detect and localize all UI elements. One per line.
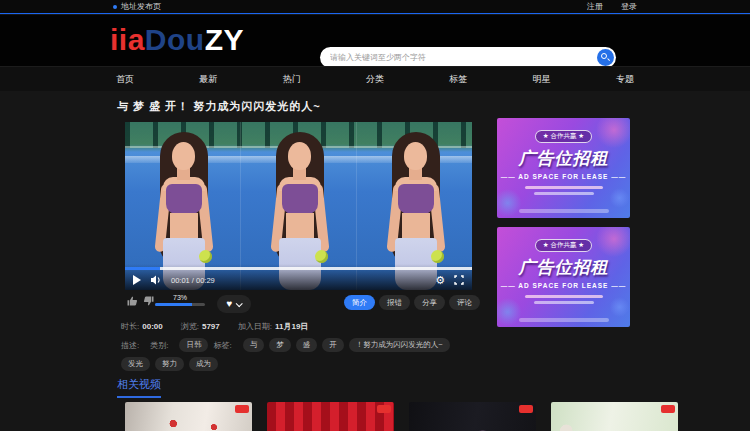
related-video-thumbnail[interactable] (409, 402, 536, 431)
heart-icon: ♥ (227, 299, 233, 309)
logo-part-navy: Dou (145, 23, 205, 56)
video-meta: 描述: 类别: 日韩 标签: 与 梦 盛 开 ！努力成为闪闪发光的人~ 发光 努… (121, 338, 481, 371)
tag-pill[interactable]: 成为 (189, 357, 218, 371)
nav-item-topics[interactable]: 专题 (610, 73, 640, 86)
tag-pill[interactable]: 盛 (296, 338, 318, 352)
favorite-button[interactable]: ♥ (217, 295, 251, 313)
chevron-down-icon (236, 300, 243, 307)
thumbs-down-icon[interactable] (143, 296, 154, 306)
header: iiaDouZY (0, 15, 750, 66)
actions-row: 73% ♥ 简介 报错 分享 评论 (125, 294, 480, 318)
ad-title: 广告位招租 (519, 147, 609, 170)
tags-label: 标签: (213, 340, 231, 351)
date-added-value: 11月19日 (275, 322, 308, 331)
thumbnail-badge (661, 405, 675, 413)
video-stats: 时长:00:00 浏览:5797 加入日期:11月19日 (121, 321, 308, 332)
ad-footer-strip (519, 318, 609, 322)
tab-share[interactable]: 分享 (414, 295, 445, 310)
nav-item-stars[interactable]: 明星 (527, 73, 557, 86)
tag-pill[interactable]: 努力 (155, 357, 184, 371)
tab-report[interactable]: 报错 (379, 295, 410, 310)
time-display: 00:01 / 00:29 (171, 276, 215, 285)
tag-pill[interactable]: ！努力成为闪闪发光的人~ (349, 338, 450, 352)
related-thumbnails (125, 402, 678, 431)
like-ratio: 73% (155, 294, 205, 306)
like-ratio-fill (155, 303, 192, 306)
tennis-ball (315, 250, 328, 263)
volume-icon[interactable] (150, 275, 162, 285)
video-title: 与 梦 盛 开！ 努力成为闪闪发光的人~ (117, 99, 321, 114)
ad-banner[interactable]: ★ 合作共赢 ★ 广告位招租 AD SPACE FOR LEASE (497, 227, 630, 327)
nav-item-tags[interactable]: 标签 (443, 73, 473, 86)
ad-subtitle: AD SPACE FOR LEASE (501, 282, 627, 289)
nav-item-hot[interactable]: 热门 (277, 73, 307, 86)
thumbs-up-icon[interactable] (127, 296, 138, 306)
related-video-thumbnail[interactable] (125, 402, 252, 431)
play-button[interactable] (133, 275, 141, 285)
address-publish-label[interactable]: 地址发布页 (121, 1, 161, 12)
player-controls: 00:01 / 00:29 ⚙ (125, 264, 472, 290)
related-video-thumbnail[interactable] (267, 402, 394, 431)
nav-item-home[interactable]: 首页 (110, 73, 140, 86)
category-pill[interactable]: 日韩 (179, 338, 208, 352)
ad-title: 广告位招租 (519, 256, 609, 279)
ad-fine-print (525, 186, 603, 195)
tab-intro[interactable]: 简介 (344, 295, 375, 310)
thumbnail-badge (519, 405, 533, 413)
related-videos-heading[interactable]: 相关视频 (117, 377, 161, 398)
ad-fine-print (525, 295, 603, 304)
topbar: 地址发布页 注册 登录 (0, 0, 750, 14)
fullscreen-icon[interactable] (454, 275, 464, 285)
duration-value: 00:00 (142, 322, 162, 331)
ad-banner[interactable]: ★ 合作共赢 ★ 广告位招租 AD SPACE FOR LEASE (497, 118, 630, 218)
ad-badge-label: ★ 合作共赢 ★ (535, 130, 592, 143)
views-label: 浏览: (181, 322, 199, 331)
search-icon (601, 53, 607, 59)
ad-badge-label: ★ 合作共赢 ★ (535, 239, 592, 252)
ad-subtitle: AD SPACE FOR LEASE (501, 173, 627, 180)
views-value: 5797 (202, 322, 220, 331)
like-percent-label: 73% (155, 294, 205, 301)
tennis-ball (431, 250, 444, 263)
nav-item-category[interactable]: 分类 (360, 73, 390, 86)
search-input[interactable] (320, 53, 597, 62)
tennis-ball (199, 250, 212, 263)
main-nav: 首页 最新 热门 分类 标签 明星 专题 (0, 66, 750, 91)
site-logo[interactable]: iiaDouZY (110, 23, 244, 57)
tag-pill[interactable]: 开 (322, 338, 344, 352)
date-added-label: 加入日期: (238, 322, 272, 331)
register-link[interactable]: 注册 (587, 1, 603, 12)
blue-dot-icon (113, 5, 117, 9)
login-link[interactable]: 登录 (621, 1, 637, 12)
search-button[interactable] (597, 49, 614, 66)
tab-comment[interactable]: 评论 (449, 295, 480, 310)
settings-gear-icon[interactable]: ⚙ (435, 275, 445, 286)
category-label: 类别: (150, 340, 168, 351)
search-box (320, 47, 616, 68)
ad-footer-strip (519, 209, 609, 213)
description-label: 描述: (121, 340, 139, 351)
tag-pill[interactable]: 梦 (269, 338, 291, 352)
related-video-thumbnail[interactable] (551, 402, 678, 431)
tag-pill[interactable]: 与 (243, 338, 265, 352)
thumbnail-badge (235, 405, 249, 413)
nav-item-latest[interactable]: 最新 (193, 73, 223, 86)
tag-pill[interactable]: 发光 (121, 357, 150, 371)
thumbnail-badge (377, 405, 391, 413)
like-ratio-bar (155, 303, 205, 306)
duration-label: 时长: (121, 322, 139, 331)
logo-part-red: iia (110, 23, 145, 56)
video-player[interactable]: 00:01 / 00:29 ⚙ (125, 122, 472, 290)
address-publish-link[interactable]: 地址发布页 (113, 1, 161, 12)
logo-part-white: ZY (205, 23, 244, 56)
main-content: 与 梦 盛 开！ 努力成为闪闪发光的人~ (0, 91, 750, 431)
